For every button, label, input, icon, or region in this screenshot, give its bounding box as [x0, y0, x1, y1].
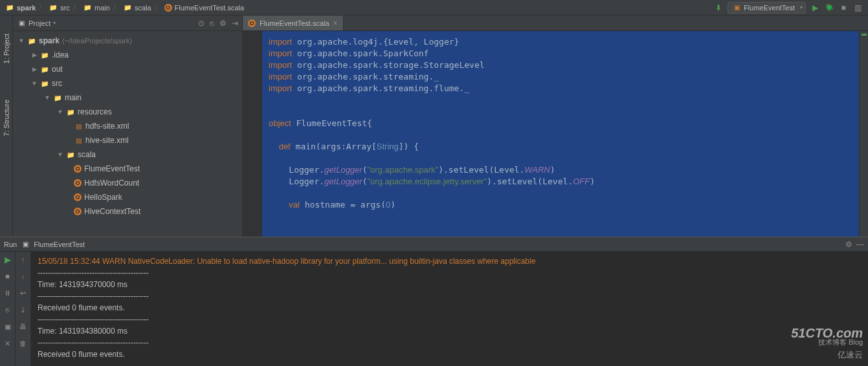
- gear-icon[interactable]: ⚙: [219, 19, 227, 28]
- tree-hdfs-xml[interactable]: ▤hdfs-site.xml: [13, 119, 242, 133]
- hide-icon[interactable]: —: [856, 240, 864, 249]
- run-panel-body: ▶ ■ ⏸ ⎋ ▣ ✕ ↑ ↓ ↩ ⤓ 🖶 🗑 15/05/18 15:32:4…: [0, 252, 868, 366]
- folder-icon: 📁: [40, 65, 49, 74]
- scala-object-icon: O: [164, 4, 172, 12]
- scroll-icon[interactable]: ⎋: [210, 19, 214, 28]
- chevron-down-icon: ▾: [53, 20, 56, 26]
- folder-icon: 📁: [53, 93, 62, 102]
- editor-gutter: [243, 31, 262, 237]
- run-config-icon: ▣: [732, 3, 741, 12]
- run-tools-col2: ↑ ↓ ↩ ⤓ 🖶 🗑: [16, 252, 31, 366]
- breadcrumbs: 📁spark 〉 📁src 〉 📁main 〉 📁scala 〉 OFlumeE…: [5, 2, 244, 13]
- chevron-right-icon: 〉: [154, 2, 162, 13]
- stop-button[interactable]: ■: [3, 271, 13, 281]
- folder-icon: 📁: [49, 3, 58, 12]
- dump-button[interactable]: ⎋: [3, 305, 13, 315]
- folder-icon: 📁: [83, 3, 92, 12]
- crumb-main[interactable]: 📁main: [83, 3, 110, 12]
- project-panel-header: ▣ Project ▾ ⊙ ⎋ ⚙ ⇥: [13, 16, 242, 31]
- clear-icon[interactable]: 🗑: [18, 338, 28, 349]
- crumb-src[interactable]: 📁src: [49, 3, 70, 12]
- scroll-icon[interactable]: ⤓: [18, 305, 28, 315]
- editor-body: import org.apache.log4j.{Level, Logger} …: [243, 31, 868, 237]
- editor-area: O FlumeEventTest.scala × import org.apac…: [243, 16, 868, 237]
- chevron-right-icon: 〉: [38, 2, 46, 13]
- editor-tab-label: FlumeEventTest.scala: [260, 19, 329, 27]
- tree-resources[interactable]: ▼📁resources: [13, 105, 242, 119]
- chevron-down-icon: ▼: [57, 109, 63, 115]
- tree-file-hdfs[interactable]: OHdfsWordCount: [13, 176, 242, 190]
- chevron-right-icon: 〉: [113, 2, 120, 13]
- chevron-right-icon: 〉: [72, 2, 80, 13]
- run-config-label: FlumeEventTest: [744, 4, 795, 12]
- project-panel: ▣ Project ▾ ⊙ ⎋ ⚙ ⇥ ▼ 📁 spark (~/IdeaPro…: [13, 16, 243, 237]
- scala-object-icon: O: [74, 165, 82, 173]
- close-icon[interactable]: ✕: [3, 338, 13, 349]
- up-icon[interactable]: ↑: [18, 254, 28, 264]
- tree-file-flume[interactable]: OFlumeEventTest: [13, 162, 242, 176]
- module-icon: 📁: [27, 36, 36, 45]
- scala-object-icon: O: [74, 179, 82, 187]
- rerun-button[interactable]: ▶: [3, 254, 13, 264]
- xml-icon: ▤: [74, 122, 83, 131]
- print-icon[interactable]: 🖶: [18, 321, 28, 332]
- scala-object-icon: O: [74, 208, 82, 215]
- project-panel-tools: ⊙ ⎋ ⚙ ⇥: [198, 19, 238, 28]
- status-mark: [862, 34, 867, 36]
- stop-button[interactable]: ■: [838, 3, 849, 13]
- tree-file-hello[interactable]: OHelloSpark: [13, 190, 242, 204]
- chevron-down-icon: ▼: [57, 151, 63, 158]
- hide-icon[interactable]: ⇥: [232, 19, 238, 28]
- tree-hive-xml[interactable]: ▤hive-site.xml: [13, 133, 242, 147]
- resources-icon: 📁: [66, 107, 75, 116]
- tree-src[interactable]: ▼📁src: [13, 76, 242, 91]
- console-output[interactable]: 15/05/18 15:32:44 WARN NativeCodeLoader:…: [31, 252, 868, 366]
- tree-idea[interactable]: ▶📁.idea: [13, 48, 242, 62]
- close-icon[interactable]: ×: [333, 19, 338, 28]
- chevron-right-icon: ▶: [31, 52, 38, 58]
- editor-tab-active[interactable]: O FlumeEventTest.scala ×: [243, 16, 344, 30]
- run-panel: Run ▣ FlumeEventTest ⚙ — ▶ ■ ⏸ ⎋ ▣ ✕ ↑ ↓…: [0, 237, 868, 366]
- xml-icon: ▤: [74, 136, 83, 145]
- gear-icon[interactable]: ⚙: [845, 240, 852, 249]
- left-tool-strip: 1: Project 7: Structure: [0, 16, 13, 237]
- run-panel-actions: ⚙ —: [845, 240, 864, 249]
- folder-icon: 📁: [66, 150, 75, 159]
- toolbar-right: ⬇ ▣ FlumeEventTest ▶ 🪲 ■ ▥: [713, 2, 863, 14]
- top-nav: 📁spark 〉 📁src 〉 📁main 〉 📁scala 〉 OFlumeE…: [0, 0, 868, 16]
- project-panel-title[interactable]: ▣ Project ▾: [17, 19, 56, 28]
- tree-out[interactable]: ▶📁out: [13, 62, 242, 76]
- editor-tabs: O FlumeEventTest.scala ×: [243, 16, 868, 31]
- crumb-scala[interactable]: 📁scala: [123, 3, 151, 12]
- project-icon: ▣: [17, 19, 26, 28]
- run-panel-title[interactable]: Run ▣ FlumeEventTest: [4, 240, 85, 249]
- make-icon[interactable]: ⬇: [713, 3, 724, 13]
- debug-button[interactable]: 🪲: [824, 3, 834, 13]
- crumb-spark[interactable]: 📁spark: [5, 3, 36, 12]
- editor-right-gutter: [859, 31, 868, 237]
- structure-tool-tab[interactable]: 7: Structure: [1, 94, 12, 142]
- scala-object-icon: O: [248, 19, 256, 27]
- main-area: 1: Project 7: Structure ▣ Project ▾ ⊙ ⎋ …: [0, 16, 868, 237]
- chevron-right-icon: ▶: [31, 66, 38, 72]
- down-icon[interactable]: ↓: [18, 271, 28, 281]
- project-tool-tab[interactable]: 1: Project: [1, 28, 12, 69]
- folder-icon: 📁: [40, 50, 49, 59]
- layout-icon[interactable]: ▥: [852, 3, 863, 13]
- run-button[interactable]: ▶: [810, 3, 820, 13]
- chevron-down-icon: ▼: [31, 80, 38, 87]
- run-config-icon: ▣: [21, 240, 30, 249]
- code-editor[interactable]: import org.apache.log4j.{Level, Logger} …: [262, 31, 859, 237]
- wrap-icon[interactable]: ↩: [18, 288, 28, 298]
- project-tree: ▼ 📁 spark (~/IdeaProjects/spark) ▶📁.idea…: [13, 31, 242, 237]
- run-tools-col1: ▶ ■ ⏸ ⎋ ▣ ✕: [0, 252, 16, 366]
- tree-root[interactable]: ▼ 📁 spark (~/IdeaProjects/spark): [13, 34, 242, 48]
- tree-file-hive[interactable]: OHiveContextTest: [13, 204, 242, 219]
- run-config-selector[interactable]: ▣ FlumeEventTest: [728, 2, 806, 14]
- pause-button[interactable]: ⏸: [3, 288, 13, 298]
- tree-main[interactable]: ▼📁main: [13, 91, 242, 105]
- restore-icon[interactable]: ▣: [3, 321, 13, 332]
- crumb-file[interactable]: OFlumeEventTest.scala: [164, 4, 245, 12]
- collapse-icon[interactable]: ⊙: [198, 19, 205, 28]
- tree-scala[interactable]: ▼📁scala: [13, 147, 242, 162]
